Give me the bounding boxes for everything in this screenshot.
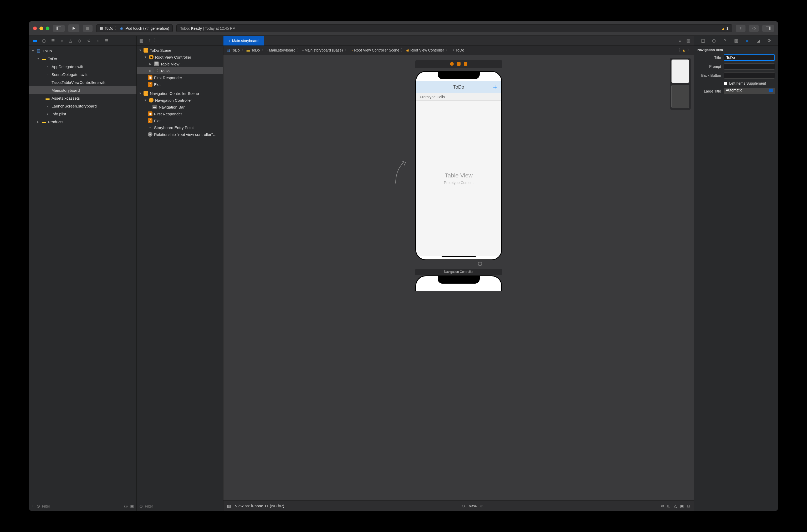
add-bar-button[interactable]: +	[493, 83, 497, 91]
file-inspector-tab[interactable]: ◫	[700, 38, 706, 43]
symbol-navigator-tab[interactable]: ☷	[49, 37, 57, 44]
view-as-label[interactable]: View as: iPhone 11 (wC hR)	[235, 504, 284, 508]
navcontroller-preview[interactable]	[415, 276, 502, 291]
jump-crumb[interactable]: 〈 ToDo	[451, 48, 464, 53]
identity-inspector-tab[interactable]: ▦	[733, 38, 739, 43]
first-responder-row[interactable]: ▣ First Responder	[137, 74, 223, 81]
file-item[interactable]: ▫ TasksTableViewController.swift	[29, 78, 136, 86]
zoom-level[interactable]: 63%	[469, 504, 477, 508]
jump-crumb[interactable]: ▭ Root View Controller Scene	[350, 48, 399, 52]
entry-point-row[interactable]: → Storyboard Entry Point	[137, 124, 223, 131]
storyboard-canvas[interactable]: ToDo + Prototype Cells Table View Protot…	[224, 55, 694, 500]
file-item[interactable]: ▫ AppDelegate.swift	[29, 62, 136, 71]
jump-crumb[interactable]: ▬ ToDo	[247, 48, 260, 52]
embed-button[interactable]: ▣	[680, 504, 684, 508]
segue-relationship-icon[interactable]	[478, 262, 482, 266]
test-navigator-tab[interactable]: ◇	[76, 37, 83, 44]
filter-input[interactable]	[145, 504, 220, 508]
jump-crumb[interactable]: ▤ ToDo	[227, 48, 240, 52]
first-responder-row[interactable]: ▣ First Responder	[137, 110, 223, 117]
exit-row[interactable]: ⤴ Exit	[137, 81, 223, 88]
minimize-window-button[interactable]	[39, 26, 43, 30]
editor-options-icon[interactable]: ≡	[677, 38, 683, 43]
file-item[interactable]: ▫ SceneDelegate.swift	[29, 71, 136, 78]
project-navigator-tab[interactable]	[31, 37, 39, 44]
viewcontroller-dock-icon[interactable]	[450, 62, 454, 66]
zoom-in-button[interactable]: ⊕	[480, 504, 484, 508]
navitem-row-selected[interactable]: ▶ 〈 ToDo	[137, 67, 223, 74]
jump-back-icon[interactable]: 〈	[677, 48, 680, 53]
related-items-icon[interactable]: ▦	[139, 38, 143, 43]
stop-button[interactable]	[83, 25, 93, 32]
navcontroller-scene-dock[interactable]: Navigation Controller	[415, 269, 502, 275]
align-button[interactable]: ⧉	[661, 504, 664, 508]
find-navigator-tab[interactable]: ⌕	[58, 37, 66, 44]
jump-forward-icon[interactable]: 〉	[687, 48, 691, 53]
scene-dock[interactable]	[415, 60, 502, 68]
tableview-row[interactable]: ▶ ☰ Table View	[137, 60, 223, 67]
jump-crumb[interactable]: ◉ Root View Controller	[406, 48, 444, 52]
jump-crumb[interactable]: ▫ Main.storyboard (Base)	[302, 48, 343, 52]
exit-dock-icon[interactable]	[464, 62, 467, 66]
breakpoint-navigator-tab[interactable]: ⟐	[94, 37, 101, 44]
jump-crumb[interactable]: ▫ Main.storyboard	[267, 48, 295, 52]
history-inspector-tab[interactable]: ◷	[711, 38, 717, 43]
library-button[interactable]: +	[736, 25, 746, 32]
scene-row[interactable]: ▼ ▭ ToDo Scene	[137, 47, 223, 54]
pin-button[interactable]: ⊞	[667, 504, 671, 508]
resolve-issues-button[interactable]: △	[674, 504, 677, 508]
minimap-scene[interactable]	[671, 59, 689, 83]
jump-bar[interactable]: ▤ ToDo 〉 ▬ ToDo 〉 ▫ Main.storyboard 〉 ▫ …	[224, 46, 694, 55]
activity-status-bar[interactable]: ToDo: Ready | Today at 12:45 PM ▲ 1	[176, 24, 732, 32]
relationship-row[interactable]: ● Relationship "root view controller"…	[137, 131, 223, 138]
canvas-minimap[interactable]	[670, 58, 691, 110]
navbar-row[interactable]: ▬ Navigation Bar	[137, 103, 223, 110]
active-document-tab[interactable]: ▫ Main.storyboard	[224, 36, 264, 45]
issue-navigator-tab[interactable]: △	[67, 37, 75, 44]
warning-icon[interactable]: ▲	[682, 48, 686, 52]
large-title-select[interactable]: Automatic	[724, 88, 775, 94]
checkbox-input[interactable]	[724, 82, 727, 85]
file-item[interactable]: ▬ Assets.xcassets	[29, 94, 136, 102]
file-item-selected[interactable]: ▫ Main.storyboard	[29, 86, 136, 94]
fullscreen-window-button[interactable]	[46, 26, 50, 30]
back-button-input[interactable]	[724, 72, 775, 79]
forward-button[interactable]: 〉	[154, 38, 158, 43]
warnings-indicator[interactable]: ▲ 1	[721, 26, 728, 31]
connections-inspector-tab[interactable]: ⟳	[766, 38, 772, 43]
close-window-button[interactable]	[33, 26, 37, 30]
group-folder[interactable]: ▼ ▬ ToDo	[29, 55, 136, 62]
project-root[interactable]: ▼ ▤ ToDo	[29, 47, 136, 55]
zoom-out-button[interactable]: ⊖	[462, 504, 465, 508]
object-library-button[interactable]: ⊡	[687, 504, 690, 508]
source-control-navigator-tab[interactable]: ▢	[40, 37, 48, 44]
minimap-scene[interactable]	[671, 84, 689, 108]
scm-filter-icon[interactable]: ▣	[130, 504, 134, 509]
phone-preview[interactable]: ToDo + Prototype Cells Table View Protot…	[415, 71, 502, 260]
first-responder-dock-icon[interactable]	[457, 62, 461, 66]
navcontroller-row[interactable]: ▼ 〈 Navigation Controller	[137, 97, 223, 103]
file-item[interactable]: ▫ LaunchScreen.storyboard	[29, 102, 136, 110]
scheme-selector[interactable]: ▦ ToDo 〉 ◉ iPod touch (7th generation)	[96, 24, 173, 32]
viewcontroller-row[interactable]: ▼ ◉ Root View Controller	[137, 54, 223, 60]
toggle-outline-button[interactable]: ▥	[227, 504, 231, 508]
prompt-input[interactable]	[724, 63, 775, 70]
adjust-editor-icon[interactable]: ▥	[685, 38, 691, 43]
navigation-bar-preview[interactable]: ToDo +	[416, 81, 501, 93]
table-view-preview[interactable]: Table View Prototype Content	[416, 101, 501, 256]
filter-input[interactable]	[42, 504, 122, 508]
toggle-inspector-button[interactable]	[762, 25, 774, 32]
attributes-inspector-tab[interactable]: ≡	[744, 38, 750, 43]
run-button[interactable]	[68, 24, 79, 32]
exit-row[interactable]: ⤴ Exit	[137, 117, 223, 124]
recent-filter-icon[interactable]: ◷	[124, 504, 128, 509]
file-item[interactable]: ▫ Info.plist	[29, 110, 136, 118]
code-review-button[interactable]	[749, 25, 758, 32]
help-inspector-tab[interactable]: ?	[722, 38, 728, 43]
back-button[interactable]: 〈	[147, 38, 151, 43]
scene-row[interactable]: ▼ ▭ Navigation Controller Scene	[137, 90, 223, 97]
report-navigator-tab[interactable]: ☰	[102, 37, 110, 44]
left-items-checkbox[interactable]: Left Items Supplement	[724, 81, 766, 86]
products-folder[interactable]: ▶ ▬ Products	[29, 118, 136, 126]
title-input[interactable]	[724, 54, 775, 61]
